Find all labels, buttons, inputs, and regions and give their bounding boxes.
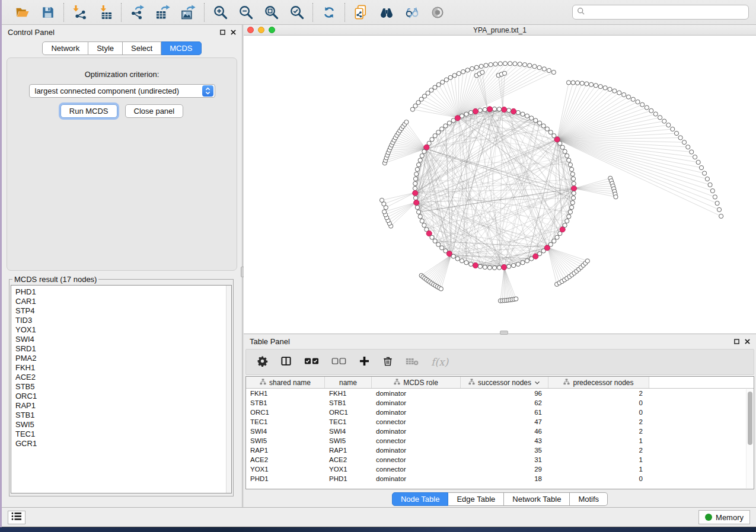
result-list-item[interactable]: RAP1 bbox=[15, 401, 231, 411]
table-row[interactable]: YOX1YOX1connector291 bbox=[246, 464, 754, 474]
zoom-out-button[interactable] bbox=[238, 4, 254, 20]
import-network-button[interactable] bbox=[72, 4, 88, 20]
table-row[interactable]: FKH1FKH1dominator962 bbox=[246, 389, 754, 398]
table-cell: PHD1 bbox=[325, 474, 372, 483]
zoom-selected-button[interactable] bbox=[289, 4, 305, 20]
show-columns-button[interactable] bbox=[280, 355, 292, 368]
network-clone-button[interactable] bbox=[353, 4, 369, 20]
result-list-item[interactable]: STP4 bbox=[15, 306, 231, 316]
table-settings-button[interactable] bbox=[257, 355, 268, 368]
result-list-item[interactable]: ORC1 bbox=[15, 392, 231, 401]
search-box[interactable] bbox=[572, 5, 749, 20]
tab-node-table[interactable]: Node Table bbox=[392, 492, 449, 506]
result-list-item[interactable]: FKH1 bbox=[15, 363, 231, 373]
table-cell: 31 bbox=[461, 455, 548, 464]
delete-table-icon bbox=[406, 357, 419, 367]
mcds-result-list[interactable]: PHD1CAR1STP4TID3YOX1SWI4SRD1PMA2FKH1ACE2… bbox=[11, 285, 232, 493]
refresh-button[interactable] bbox=[321, 4, 337, 20]
table-row[interactable]: ORC1ORC1dominator610 bbox=[246, 408, 754, 417]
table-scrollbar[interactable] bbox=[746, 389, 753, 488]
table-row[interactable]: SWI4SWI4dominator462 bbox=[246, 427, 754, 436]
float-panel-icon[interactable] bbox=[220, 30, 225, 35]
close-panel-button[interactable]: Close panel bbox=[125, 104, 184, 118]
table-header-row: shared namenameMCDS rolesuccessor nodesp… bbox=[246, 377, 754, 389]
tab-edge-table[interactable]: Edge Table bbox=[448, 492, 504, 506]
task-history-button[interactable] bbox=[8, 511, 25, 524]
column-label: shared name bbox=[269, 379, 311, 387]
zoom-fit-button[interactable] bbox=[263, 4, 279, 20]
column-header-successor-nodes[interactable]: successor nodes bbox=[461, 377, 548, 388]
result-list-item[interactable]: TEC1 bbox=[15, 430, 231, 439]
horizontal-splitter-grip[interactable] bbox=[500, 331, 508, 335]
import-table-button[interactable] bbox=[97, 4, 113, 20]
run-mcds-button[interactable]: Run MCDS bbox=[60, 104, 117, 118]
table-row[interactable]: SWI5SWI5connector431 bbox=[246, 436, 754, 446]
column-header-name[interactable]: name bbox=[325, 377, 372, 388]
select-all-columns-button[interactable] bbox=[304, 357, 319, 367]
table-scrollbar-thumb[interactable] bbox=[748, 392, 752, 445]
float-table-panel-icon[interactable] bbox=[734, 339, 739, 344]
result-list-item[interactable]: ACE2 bbox=[15, 373, 231, 382]
column-header-shared-name[interactable]: shared name bbox=[246, 377, 325, 388]
table-cell: connector bbox=[372, 417, 461, 427]
result-list-item[interactable]: GCR1 bbox=[15, 439, 231, 448]
create-column-button[interactable] bbox=[359, 355, 370, 368]
search-input[interactable] bbox=[588, 8, 744, 17]
table-toolbar: f(x) bbox=[245, 349, 754, 375]
deselect-all-columns-icon bbox=[331, 357, 346, 367]
node-table[interactable]: shared namenameMCDS rolesuccessor nodesp… bbox=[245, 376, 754, 489]
control-panel-spacer bbox=[2, 271, 242, 275]
zoom-fit-icon bbox=[264, 5, 279, 20]
table-row[interactable]: PHD1PHD1dominator180 bbox=[246, 474, 754, 483]
open-session-button[interactable] bbox=[14, 4, 30, 20]
table-cell: SWI5 bbox=[325, 436, 372, 446]
tab-network-table[interactable]: Network Table bbox=[504, 492, 570, 506]
network-canvas[interactable] bbox=[244, 36, 756, 334]
table-body: FKH1FKH1dominator962STB1STB1dominator620… bbox=[246, 389, 754, 483]
export-image-icon bbox=[181, 5, 196, 20]
hide-graphics-button[interactable] bbox=[404, 4, 420, 20]
result-list-item[interactable]: PHD1 bbox=[15, 287, 231, 297]
result-list-item[interactable]: SRD1 bbox=[15, 344, 231, 354]
table-cell: 1 bbox=[548, 436, 649, 446]
table-row[interactable]: STB1STB1dominator620 bbox=[246, 398, 754, 408]
close-panel-icon[interactable] bbox=[231, 30, 236, 35]
show-graphics-button[interactable] bbox=[429, 4, 445, 20]
result-list-scrollbar[interactable] bbox=[226, 286, 231, 493]
deselect-all-columns-button[interactable] bbox=[331, 357, 346, 367]
tab-network[interactable]: Network bbox=[42, 41, 88, 55]
tab-mcds[interactable]: MCDS bbox=[161, 41, 201, 55]
table-row[interactable]: ACE2ACE2connector311 bbox=[246, 455, 754, 464]
column-header-predecessor-nodes[interactable]: predecessor nodes bbox=[548, 377, 649, 388]
result-list-item[interactable]: STB5 bbox=[15, 382, 231, 392]
result-list-item[interactable]: SWI4 bbox=[15, 335, 231, 344]
delete-columns-button[interactable] bbox=[382, 355, 393, 368]
result-list-item[interactable]: PMA2 bbox=[15, 354, 231, 363]
export-image-button[interactable] bbox=[180, 4, 196, 20]
result-list-item[interactable]: CAR1 bbox=[15, 297, 231, 306]
save-session-button[interactable] bbox=[40, 4, 56, 20]
tab-motifs[interactable]: Motifs bbox=[570, 492, 608, 506]
column-label: MCDS role bbox=[403, 379, 438, 387]
tab-select[interactable]: Select bbox=[123, 41, 161, 55]
table-cell: 62 bbox=[461, 398, 548, 408]
zoom-in-button[interactable] bbox=[212, 4, 228, 20]
tab-style[interactable]: Style bbox=[88, 41, 123, 55]
column-header-MCDS-role[interactable]: MCDS role bbox=[372, 377, 461, 388]
table-cell: RAP1 bbox=[246, 446, 325, 455]
table-cell: 43 bbox=[461, 436, 548, 446]
result-list-item[interactable]: SWI5 bbox=[15, 420, 231, 430]
table-row[interactable]: TEC1TEC1connector472 bbox=[246, 417, 754, 427]
binoculars-button[interactable] bbox=[378, 4, 394, 20]
result-list-item[interactable]: YOX1 bbox=[15, 325, 231, 335]
result-list-item[interactable]: STB1 bbox=[15, 411, 231, 420]
result-list-item[interactable]: TID3 bbox=[15, 316, 231, 325]
memory-button[interactable]: Memory bbox=[698, 510, 750, 524]
export-table-button[interactable] bbox=[155, 4, 171, 20]
optimization-select[interactable]: largest connected component (undirected) bbox=[29, 84, 215, 98]
table-cell: PHD1 bbox=[246, 474, 325, 483]
table-row[interactable]: RAP1RAP1dominator352 bbox=[246, 446, 754, 455]
export-network-button[interactable] bbox=[129, 4, 145, 20]
delete-table-button bbox=[406, 357, 419, 367]
close-table-panel-icon[interactable] bbox=[745, 339, 750, 344]
